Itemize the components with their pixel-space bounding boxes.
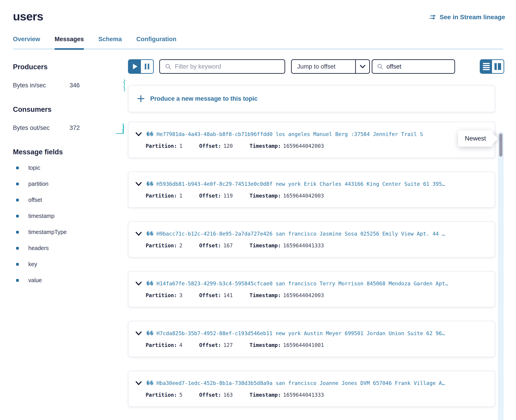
bullet-icon [16, 183, 19, 185]
bytes-out-label: Bytes out/sec [13, 124, 69, 131]
expand-chevron-icon[interactable] [135, 331, 142, 336]
bullet-icon [16, 263, 19, 266]
plus-icon [138, 95, 144, 102]
field-item-key[interactable]: key [13, 256, 128, 272]
field-item-partition[interactable]: partition [13, 176, 128, 192]
bullet-icon [16, 279, 19, 282]
bytes-out-value: 372 [69, 124, 80, 131]
offset-search [372, 59, 455, 74]
produce-message-label: Produce a new message to this topic [150, 95, 258, 102]
list-view-icon [483, 63, 490, 70]
stream-lineage-link[interactable]: See in Stream lineage [428, 14, 505, 21]
expand-chevron-icon[interactable] [135, 182, 142, 186]
field-label: timestampType [28, 229, 67, 235]
message-key-text: H7cda825b-35b7-4952-88ef-c193d546eb11 ne… [156, 330, 445, 336]
bytes-in-metric: Bytes in/sec 346 [13, 78, 128, 92]
replacement-char-glyphs: �� [146, 181, 154, 187]
offset-label: Offset: [199, 392, 221, 398]
bytes-in-value: 346 [69, 82, 80, 89]
message-card[interactable]: ��H14fa67fe-5823-4299-b3c4-595845cfcae0 … [128, 271, 495, 307]
expand-chevron-icon[interactable] [135, 232, 142, 236]
play-pause-group [128, 59, 154, 74]
message-meta: Partition:2 Offset:167 Timestamp:1659644… [135, 243, 488, 248]
expand-chevron-icon[interactable] [135, 281, 142, 286]
replacement-char-glyphs: �� [146, 330, 154, 336]
bytes-in-sparkline [115, 78, 127, 92]
producers-heading: Producers [13, 63, 128, 71]
offset-value: 141 [223, 292, 233, 298]
field-item-timestamp[interactable]: timestamp [13, 208, 128, 224]
offset-label: Offset: [199, 292, 221, 298]
bytes-in-label: Bytes in/sec [13, 82, 69, 89]
keyword-filter [159, 59, 285, 74]
pause-button[interactable] [141, 60, 153, 73]
tab-overview[interactable]: Overview [13, 36, 40, 50]
partition-value: 1 [179, 193, 182, 199]
play-button[interactable] [129, 60, 141, 73]
expand-chevron-icon[interactable] [135, 132, 142, 136]
message-card[interactable]: ��H7cda825b-35b7-4952-88ef-c193d546eb11 … [128, 321, 495, 357]
partition-value: 2 [179, 243, 182, 248]
search-icon [377, 63, 383, 70]
partition-label: Partition: [146, 243, 177, 248]
message-card[interactable]: ��Hba30eed7-1edc-452b-8b1a-738d3b5d8a9a … [128, 371, 495, 407]
field-item-value[interactable]: value [13, 272, 128, 288]
message-card[interactable]: ��H9bacc71c-b12c-4216-8e95-2a7da727e426 … [128, 221, 495, 257]
field-item-offset[interactable]: offset [13, 192, 128, 208]
field-item-topic[interactable]: topic [13, 160, 128, 176]
partition-label: Partition: [146, 143, 177, 149]
partition-value: 5 [179, 392, 182, 398]
field-item-timestampType[interactable]: timestampType [13, 224, 128, 240]
jump-to-offset-value: Jump to offset [292, 60, 355, 73]
tab-configuration[interactable]: Configuration [136, 36, 177, 50]
jump-to-offset-select[interactable]: Jump to offset [291, 59, 370, 74]
stream-lineage-label: See in Stream lineage [440, 14, 505, 21]
list-view-button[interactable] [480, 60, 492, 73]
page-title: users [13, 9, 43, 23]
timestamp-label: Timestamp: [250, 193, 281, 199]
timestamp-value: 1659644042003 [283, 143, 324, 149]
page-header: users See in Stream lineage [0, 0, 516, 23]
timestamp-value: 1659644042003 [283, 193, 324, 199]
partition-label: Partition: [146, 342, 177, 348]
timestamp-label: Timestamp: [250, 292, 281, 298]
bullet-icon [16, 231, 19, 233]
message-card[interactable]: ��He77981da-4a43-48ab-b8f8-cb71b96ffdd0 … [128, 122, 495, 158]
expand-chevron-icon[interactable] [135, 381, 142, 385]
topic-page: users See in Stream lineage Overview Mes… [0, 0, 516, 420]
message-list-scrollbar[interactable] [498, 132, 504, 420]
keyword-filter-input[interactable] [175, 63, 279, 70]
timestamp-label: Timestamp: [250, 143, 281, 149]
timestamp-value: 1659644041333 [283, 243, 324, 248]
timestamp-value: 1659644042003 [283, 292, 324, 298]
bytes-out-sparkline [115, 121, 127, 135]
message-meta: Partition:5 Offset:163 Timestamp:1659644… [135, 392, 488, 398]
messages-panel: Jump to offset [128, 50, 504, 420]
message-key: ��Hba30eed7-1edc-452b-8b1a-738d3b5d8a9a … [146, 380, 445, 386]
tab-bar: Overview Messages Schema Configuration [13, 36, 503, 50]
message-fields-heading: Message fields [13, 148, 128, 156]
partition-label: Partition: [146, 292, 177, 298]
message-meta: Partition:3 Offset:141 Timestamp:1659644… [135, 292, 488, 298]
newest-tooltip: Newest [458, 130, 493, 147]
offset-search-input[interactable] [386, 63, 450, 70]
tab-messages[interactable]: Messages [54, 36, 84, 50]
column-view-button[interactable] [492, 60, 504, 73]
scrollbar-thumb[interactable] [499, 134, 502, 157]
produce-message-button[interactable]: Produce a new message to this topic [128, 85, 495, 112]
replacement-char-glyphs: �� [146, 281, 154, 286]
message-meta: Partition:1 Offset:119 Timestamp:1659644… [135, 193, 488, 199]
timestamp-label: Timestamp: [250, 342, 281, 348]
lineage-arrow-icon [428, 14, 437, 21]
message-meta: Partition:4 Offset:127 Timestamp:1659644… [135, 342, 488, 348]
field-label: value [28, 277, 42, 284]
field-item-headers[interactable]: headers [13, 240, 128, 256]
message-key-text: H5936db81-b943-4e0f-8c29-74513e0c0d8f ne… [156, 181, 445, 187]
message-key: ��H5936db81-b943-4e0f-8c29-74513e0c0d8f … [146, 181, 445, 187]
replacement-char-glyphs: �� [146, 380, 154, 386]
bullet-icon [16, 166, 19, 169]
field-label: timestamp [28, 213, 54, 219]
partition-value: 4 [179, 342, 182, 348]
tab-schema[interactable]: Schema [98, 36, 122, 50]
message-card[interactable]: ��H5936db81-b943-4e0f-8c29-74513e0c0d8f … [128, 172, 495, 208]
